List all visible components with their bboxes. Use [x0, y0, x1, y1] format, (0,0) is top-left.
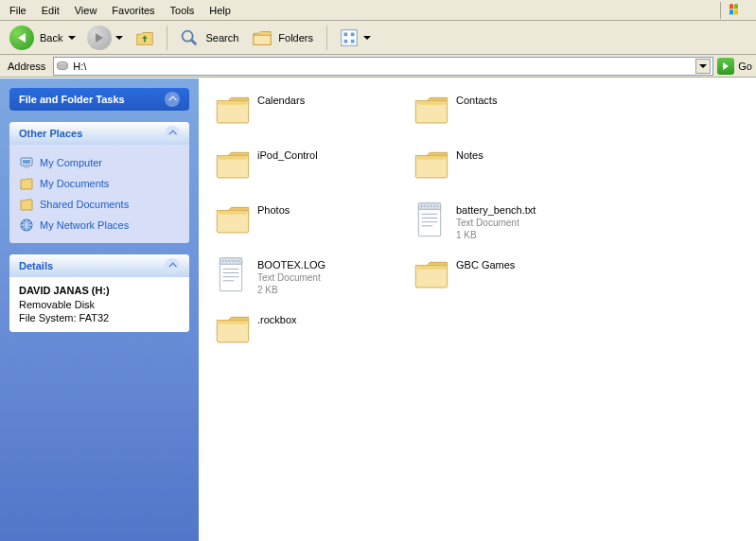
- back-dropdown-icon[interactable]: [68, 34, 76, 42]
- svg-rect-10: [24, 166, 29, 168]
- back-button[interactable]: Back: [6, 23, 79, 53]
- address-box[interactable]: [53, 57, 713, 76]
- folder-item[interactable]: .rockbox: [210, 307, 409, 362]
- menu-favorites[interactable]: Favorites: [104, 2, 162, 19]
- address-label: Address: [4, 61, 49, 72]
- folder-icon: [413, 147, 450, 184]
- svg-rect-6: [351, 39, 355, 43]
- forward-dropdown-icon[interactable]: [115, 34, 123, 42]
- item-name: BOOTEX.LOG: [257, 258, 325, 271]
- forward-button[interactable]: [83, 23, 127, 53]
- text-file-icon: [413, 201, 450, 239]
- svg-rect-3: [344, 32, 348, 36]
- link-my-computer[interactable]: My Computer: [19, 152, 180, 173]
- folder-item[interactable]: Photos: [210, 198, 409, 253]
- file-item[interactable]: battery_bench.txtText Document1 KB: [409, 198, 607, 253]
- folder-icon: [413, 256, 450, 294]
- go-button[interactable]: Go: [717, 58, 752, 75]
- folder-item[interactable]: Calendars: [210, 88, 409, 143]
- svg-line-1: [191, 39, 197, 44]
- svg-rect-9: [23, 160, 30, 164]
- folder-icon: [214, 147, 252, 184]
- item-name: Notes: [456, 148, 483, 162]
- collapse-icon: [165, 258, 180, 273]
- folder-item[interactable]: Contacts: [409, 88, 607, 143]
- file-folder-tasks-panel: File and Folder Tasks: [9, 88, 189, 111]
- details-drive-type: Removable Disk: [19, 298, 180, 311]
- other-places-body: My Computer My Documents Shared Document…: [9, 145, 189, 243]
- folder-item[interactable]: Notes: [409, 143, 607, 198]
- drive-icon: [56, 60, 69, 73]
- folder-icon: [413, 92, 450, 130]
- details-drive-name: DAVID JANAS (H:): [19, 285, 180, 298]
- views-dropdown-icon[interactable]: [363, 34, 371, 42]
- details-body: DAVID JANAS (H:) Removable Disk File Sys…: [9, 277, 189, 332]
- up-button[interactable]: [131, 25, 159, 51]
- file-list-view[interactable]: CalendarsContactsiPod_ControlNotesPhotos…: [199, 79, 756, 541]
- toolbar: Back Search Folders: [0, 21, 756, 55]
- folder-item[interactable]: GBC Games: [409, 253, 607, 307]
- folder-icon: [214, 311, 252, 349]
- item-type: Text Document: [456, 217, 536, 229]
- address-dropdown-button[interactable]: [695, 59, 711, 74]
- menu-view[interactable]: View: [67, 2, 105, 19]
- menu-bar: File Edit View Favorites Tools Help: [0, 0, 756, 21]
- details-file-system: File System: FAT32: [19, 311, 180, 324]
- folder-icon: [214, 201, 252, 239]
- address-bar: Address Go: [0, 55, 756, 78]
- item-size: 1 KB: [456, 229, 536, 241]
- back-icon: [9, 26, 34, 50]
- details-panel: Details DAVID JANAS (H:) Removable Disk …: [9, 254, 189, 332]
- svg-rect-5: [344, 39, 348, 43]
- item-name: Calendars: [257, 94, 305, 107]
- item-name: Photos: [257, 203, 290, 217]
- menu-tools[interactable]: Tools: [163, 2, 202, 19]
- views-button[interactable]: [335, 25, 375, 51]
- search-button[interactable]: Search: [175, 25, 244, 51]
- details-header[interactable]: Details: [9, 254, 189, 277]
- item-type: Text Document: [257, 271, 325, 284]
- svg-rect-4: [351, 32, 355, 36]
- link-my-documents[interactable]: My Documents: [19, 173, 180, 194]
- item-name: Contacts: [456, 94, 497, 107]
- menu-help[interactable]: Help: [202, 2, 238, 19]
- collapse-icon: [165, 126, 180, 141]
- menu-file[interactable]: File: [2, 2, 34, 19]
- item-name: battery_bench.txt: [456, 203, 536, 217]
- item-size: 2 KB: [257, 284, 325, 296]
- other-places-panel: Other Places My Computer My Documents Sh…: [9, 122, 189, 243]
- text-file-icon: [214, 256, 252, 294]
- windows-logo-icon: [720, 2, 754, 19]
- tasks-sidebar: File and Folder Tasks Other Places My Co…: [0, 79, 199, 541]
- file-item[interactable]: BOOTEX.LOGText Document2 KB: [210, 253, 409, 307]
- svg-rect-2: [342, 29, 358, 45]
- content-area: File and Folder Tasks Other Places My Co…: [0, 78, 756, 541]
- item-name: iPod_Control: [257, 148, 318, 162]
- folders-button[interactable]: Folders: [248, 25, 319, 51]
- item-name: .rockbox: [257, 313, 297, 326]
- other-places-header[interactable]: Other Places: [9, 122, 189, 145]
- link-my-network-places[interactable]: My Network Places: [19, 215, 180, 236]
- go-icon: [717, 58, 734, 75]
- item-name: GBC Games: [456, 258, 515, 271]
- link-shared-documents[interactable]: Shared Documents: [19, 194, 180, 215]
- folder-icon: [214, 92, 252, 130]
- menu-edit[interactable]: Edit: [34, 2, 67, 19]
- file-folder-tasks-header[interactable]: File and Folder Tasks: [9, 88, 189, 111]
- address-input[interactable]: [73, 61, 695, 72]
- folder-item[interactable]: iPod_Control: [210, 143, 409, 198]
- forward-icon: [87, 26, 112, 50]
- collapse-icon: [165, 92, 180, 107]
